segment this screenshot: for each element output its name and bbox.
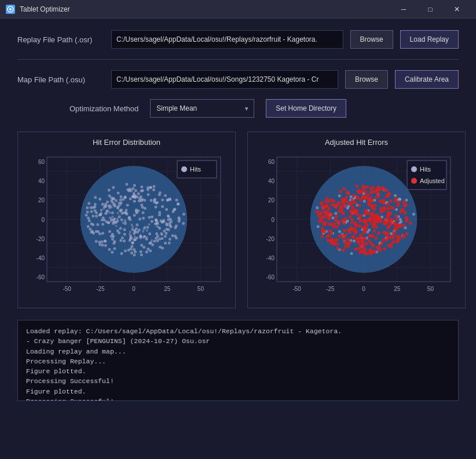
maximize-button[interactable]: □ <box>417 0 444 19</box>
window-title: Tablet Optimizer <box>20 5 390 13</box>
chart-hit-error-title: Hit Error Distribution <box>24 138 229 147</box>
replay-row: Replay File Path (.osr) Browse Load Repl… <box>17 30 459 49</box>
window-controls: ─ □ ✕ <box>390 0 470 19</box>
chart-adjusted-title: Adjusted Hit Errors <box>254 138 459 147</box>
chart-adjusted-canvas-wrapper <box>254 151 459 302</box>
adjusted-canvas <box>254 151 459 299</box>
app-body: Replay File Path (.osr) Browse Load Repl… <box>0 19 476 413</box>
options-row: Optimization Method Simple Mean Weighted… <box>17 99 459 118</box>
app-icon <box>6 5 15 14</box>
replay-label: Replay File Path (.osr) <box>17 35 104 44</box>
title-bar: Tablet Optimizer ─ □ ✕ <box>0 0 476 19</box>
log-area: Loaded replay: C:/Users/sagel/AppData/Lo… <box>17 320 459 401</box>
close-button[interactable]: ✕ <box>444 0 470 19</box>
chart-hit-error: Hit Error Distribution <box>17 132 236 308</box>
optimization-dropdown[interactable]: Simple Mean Weighted Mean Median Custom <box>150 99 254 118</box>
map-row: Map File Path (.osu) Browse Calibrate Ar… <box>17 70 459 89</box>
calibrate-area-button[interactable]: Calibrate Area <box>395 70 459 89</box>
svg-point-1 <box>9 8 12 10</box>
replay-browse-button[interactable]: Browse <box>350 30 393 49</box>
map-browse-button[interactable]: Browse <box>345 70 388 89</box>
set-home-dir-button[interactable]: Set Home Directory <box>266 99 346 118</box>
replay-path-input[interactable] <box>111 30 343 49</box>
charts-area: Hit Error Distribution Adjusted Hit Erro… <box>17 132 459 308</box>
map-label: Map File Path (.osu) <box>17 75 104 84</box>
minimize-button[interactable]: ─ <box>390 0 417 19</box>
separator-1 <box>17 59 459 60</box>
chart-hit-error-canvas-wrapper <box>24 151 229 302</box>
optimization-dropdown-wrapper[interactable]: Simple Mean Weighted Mean Median Custom <box>150 99 254 118</box>
optimization-label: Optimization Method <box>69 104 138 113</box>
chart-adjusted: Adjusted Hit Errors <box>247 132 466 308</box>
load-replay-button[interactable]: Load Replay <box>400 30 459 49</box>
hit-error-canvas <box>24 151 229 299</box>
map-path-input[interactable] <box>111 70 338 89</box>
